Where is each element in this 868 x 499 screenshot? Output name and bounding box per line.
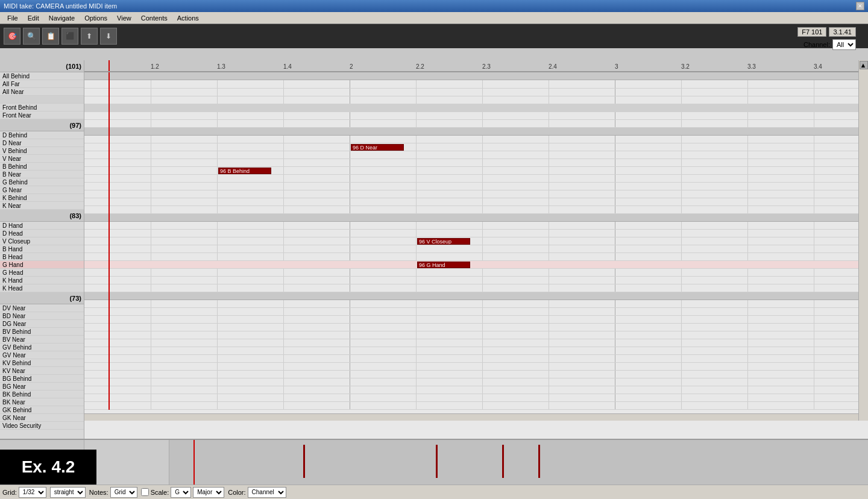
status-bar: Grid: 1/32 straight Notes: Grid Scale: G…: [0, 485, 868, 499]
label-b-head: B Head: [0, 253, 84, 261]
toolbar-btn-6[interactable]: ⬇: [100, 28, 117, 45]
grid-row-g-hand: [84, 261, 868, 269]
grid-row-bk-near: [84, 394, 868, 402]
ruler: 1.2 1.3 1.4 2 2.2 2.3 2.4 3 3.2 3.3 3.4: [84, 60, 868, 72]
straight-select[interactable]: straight: [50, 487, 86, 498]
label-gk-behind: GK Behind: [0, 406, 84, 414]
note-v-closeup[interactable]: 96 V Closeup: [417, 238, 470, 245]
menu-actions[interactable]: Actions: [172, 13, 204, 23]
grid-area[interactable]: 1.2 1.3 1.4 2 2.2 2.3 2.4 3 3.2 3.3 3.4: [84, 60, 868, 439]
bottom-scrollbar[interactable]: [84, 413, 858, 421]
ruler-mark-23: 2.3: [482, 63, 491, 70]
ruler-mark-12: 1.2: [151, 63, 159, 70]
note-d-near[interactable]: 96 D Near: [351, 144, 404, 151]
label-d-hand: D Hand: [0, 222, 84, 230]
right-scrollbar[interactable]: ▲: [858, 60, 868, 421]
grid-content: 96 B Behind 96 D Near 96 V Closeup 96 G …: [84, 72, 868, 410]
color-select[interactable]: Channel: [248, 487, 286, 498]
ruler-mark-3: 3: [615, 63, 618, 70]
toolbar-btn-4[interactable]: ⬛: [61, 28, 78, 45]
grid-row-bv-behind: [84, 324, 868, 331]
label-v-behind: V Behind: [0, 147, 84, 155]
label-bd-near: BD Near: [0, 312, 84, 320]
toolbar: 🎯 🔍 📋 ⬛ ⬆ ⬇: [0, 24, 868, 48]
grid-row-v-closeup: [84, 237, 868, 245]
mini-note-g-hand: [538, 445, 540, 478]
label-front-behind: Front Behind: [0, 104, 84, 111]
grid-row-gv-near: [84, 347, 868, 355]
grid-row-dg-near: [84, 316, 868, 324]
menu-contents[interactable]: Contents: [136, 13, 172, 23]
notes-select[interactable]: Grid: [110, 487, 137, 498]
label-bk-behind: BK Behind: [0, 391, 84, 398]
grid-group: Grid: 1/32: [2, 487, 46, 498]
piano-roll: (101) All Behind All Far All Near Front …: [0, 60, 868, 439]
label-g-hand: G Hand: [0, 261, 84, 269]
mini-note-d-near: [436, 445, 438, 478]
toolbar-btn-1[interactable]: 🎯: [4, 28, 20, 45]
label-gk-near: GK Near: [0, 414, 84, 422]
label-dg-near: DG Near: [0, 320, 84, 328]
label-header-97: (97): [0, 119, 84, 131]
ruler-mark-13: 1.3: [217, 63, 225, 70]
ruler-mark-32: 3.2: [681, 63, 690, 70]
label-header-101: (101): [0, 60, 84, 72]
notes-label: Notes:: [89, 489, 108, 496]
label-front-near: Front Near: [0, 111, 84, 119]
scale-key-select[interactable]: G: [171, 487, 191, 498]
label-b-near: B Near: [0, 171, 84, 178]
grid-row-gk-behind: [84, 402, 868, 410]
title-bar: MIDI take: CAMERA untitled MIDI item ✕: [0, 0, 868, 12]
scale-checkbox[interactable]: [141, 488, 149, 496]
grid-row-g-behind: [84, 183, 868, 190]
label-d-behind: D Behind: [0, 131, 84, 139]
playhead-grid: [108, 72, 110, 410]
label-g-head: G Head: [0, 269, 84, 277]
toolbar-btn-3[interactable]: 📋: [42, 28, 59, 45]
label-gv-behind: GV Behind: [0, 344, 84, 351]
grid-row-spacer: [84, 104, 868, 112]
label-all-far: All Far: [0, 80, 84, 88]
note-b-behind[interactable]: 96 B Behind: [218, 168, 271, 174]
menu-edit[interactable]: Edit: [23, 13, 44, 23]
menu-file[interactable]: File: [2, 13, 23, 23]
scale-mode-select[interactable]: Major: [193, 487, 224, 498]
title-text: MIDI take: CAMERA untitled MIDI item: [4, 2, 117, 10]
close-button[interactable]: ✕: [856, 2, 864, 10]
top-right-info: F7 101 3.1.41: [797, 27, 856, 37]
label-header-73: (73): [0, 292, 84, 304]
label-kv-behind: KV Behind: [0, 359, 84, 367]
grid-row-k-hand: [84, 277, 868, 284]
toolbar-btn-5[interactable]: ⬆: [81, 28, 98, 45]
label-b-behind: B Behind: [0, 163, 84, 171]
label-bg-near: BG Near: [0, 383, 84, 391]
ruler-mark-24: 2.4: [549, 63, 557, 70]
scroll-up-btn[interactable]: ▲: [860, 61, 868, 69]
grid-row-v-near: [84, 159, 868, 167]
grid-row-b-head: [84, 253, 868, 261]
grid-row-d-hand: [84, 222, 868, 230]
grid-section-97: [84, 128, 868, 136]
label-k-near: K Near: [0, 202, 84, 210]
example-label: Ex. 4.2: [0, 450, 96, 485]
grid-row-d-near: [84, 143, 868, 151]
note-g-hand[interactable]: 96 G Hand: [417, 262, 470, 268]
label-d-near: D Near: [0, 139, 84, 147]
label-b-hand: B Hand: [0, 245, 84, 253]
grid-row-v-behind: [84, 151, 868, 159]
channel-select[interactable]: All: [832, 39, 856, 50]
label-bv-behind: BV Behind: [0, 328, 84, 336]
label-k-head: K Head: [0, 284, 84, 292]
label-bg-behind: BG Behind: [0, 375, 84, 383]
grid-select[interactable]: 1/32: [19, 487, 46, 498]
menu-options[interactable]: Options: [80, 13, 112, 23]
grid-row-bv-near: [84, 331, 868, 339]
menu-navigate[interactable]: Navigate: [44, 13, 80, 23]
menu-view[interactable]: View: [112, 13, 136, 23]
grid-row-k-near: [84, 206, 868, 214]
grid-row-bg-behind: [84, 371, 868, 378]
color-label: Color:: [228, 489, 245, 496]
toolbar-btn-2[interactable]: 🔍: [23, 28, 40, 45]
label-all-near: All Near: [0, 88, 84, 96]
scale-group: Scale: G Major: [141, 487, 225, 498]
